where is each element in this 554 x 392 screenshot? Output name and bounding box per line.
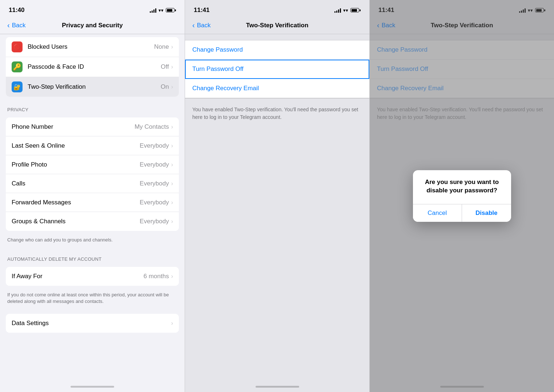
profile-photo-value: Everybody <box>140 161 169 168</box>
back-button-2[interactable]: ‹ Back <box>192 21 210 29</box>
content-area-1: 🚫 Blocked Users None › 🔑 Passcode & Face… <box>0 34 185 381</box>
last-seen-chevron: › <box>171 143 173 149</box>
phone-number-chevron: › <box>171 124 173 130</box>
last-seen-label: Last Seen & Online <box>12 142 140 149</box>
signal-bars-1 <box>150 8 156 13</box>
home-indicator-1 <box>0 381 185 392</box>
phone-number-item[interactable]: Phone Number My Contacts › <box>6 117 179 136</box>
two-step-value: On <box>161 83 169 91</box>
home-indicator-2 <box>185 381 369 392</box>
change-recovery-email-item-2[interactable]: Change Recovery Email <box>185 79 369 98</box>
tsv-description-2: You have enabled Two-Step verification. … <box>185 99 369 128</box>
turn-password-off-item-2[interactable]: Turn Password Off <box>185 60 369 79</box>
blocked-users-label: Blocked Users <box>28 43 154 51</box>
profile-photo-chevron: › <box>171 161 173 168</box>
calls-chevron: › <box>171 180 173 187</box>
groups-channels-item[interactable]: Groups & Channels Everybody › <box>6 212 179 231</box>
nav-bar-2: ‹ Back Two-Step Verification <box>185 18 369 34</box>
forwarded-messages-item[interactable]: Forwarded Messages Everybody › <box>6 193 179 212</box>
nav-title-1: Privacy and Security <box>62 22 123 29</box>
change-recovery-email-label-2: Change Recovery Email <box>192 85 259 92</box>
privacy-section-header: PRIVACY <box>0 100 185 115</box>
back-chevron-1: ‹ <box>7 21 10 29</box>
status-time-1: 11:40 <box>9 7 24 14</box>
data-settings-list: Data Settings › <box>6 314 179 333</box>
data-settings-label: Data Settings <box>12 320 171 327</box>
change-password-item-2[interactable]: Change Password <box>185 40 369 60</box>
two-step-item[interactable]: 🔐 Two-Step Verification On › <box>6 77 179 97</box>
groups-channels-value: Everybody <box>140 218 169 225</box>
status-bar-1: 11:40 ▾▾ <box>0 0 185 18</box>
if-away-for-label: If Away For <box>12 273 144 280</box>
signal-bars-2 <box>334 8 341 13</box>
auto-delete-section-header: AUTOMATICALLY DELETE MY ACCOUNT <box>0 249 185 264</box>
forwarded-messages-value: Everybody <box>140 199 169 206</box>
battery-icon-1 <box>166 8 176 12</box>
two-step-label: Two-Step Verification <box>28 83 161 91</box>
passcode-icon: 🔑 <box>12 61 23 72</box>
passcode-value: Off <box>161 63 169 71</box>
tsv-list-2: Change Password Turn Password Off Change… <box>185 40 369 99</box>
back-label-2: Back <box>197 22 211 29</box>
if-away-for-value: 6 months <box>144 273 169 280</box>
phone-number-label: Phone Number <box>12 123 135 131</box>
status-bar-2: 11:41 ▾▾ <box>185 0 369 18</box>
panel-two-step-dialog: 11:41 ▾▾ ‹ Back Two-Step Verification Ch… <box>369 0 554 392</box>
back-button-1[interactable]: ‹ Back <box>7 21 25 29</box>
blocked-users-item[interactable]: 🚫 Blocked Users None › <box>6 37 179 57</box>
turn-password-off-label-2: Turn Password Off <box>192 65 244 73</box>
blocked-users-icon: 🚫 <box>12 41 23 52</box>
forwarded-messages-label: Forwarded Messages <box>12 199 140 206</box>
panel-two-step-1: 11:41 ▾▾ ‹ Back Two-Step Verification Ch… <box>185 0 369 392</box>
phone-number-value: My Contacts <box>135 123 169 131</box>
battery-icon-2 <box>350 8 361 12</box>
privacy-footer: Change who can add you to groups and cha… <box>0 234 185 249</box>
passcode-item[interactable]: 🔑 Passcode & Face ID Off › <box>6 57 179 77</box>
calls-value: Everybody <box>140 180 169 187</box>
auto-delete-list: If Away For 6 months › <box>6 267 179 286</box>
dialog-title: Are you sure you want to disable your pa… <box>413 170 511 198</box>
status-icons-1: ▾▾ <box>150 8 176 13</box>
blocked-users-value: None <box>154 43 169 51</box>
status-icons-2: ▾▾ <box>334 8 361 13</box>
forwarded-messages-chevron: › <box>171 199 173 206</box>
last-seen-item[interactable]: Last Seen & Online Everybody › <box>6 136 179 155</box>
groups-channels-chevron: › <box>171 218 173 225</box>
auto-delete-footer: If you do not come online at least once … <box>0 289 185 311</box>
calls-item[interactable]: Calls Everybody › <box>6 174 179 193</box>
disable-button[interactable]: Disable <box>462 204 511 222</box>
privacy-settings-list: Phone Number My Contacts › Last Seen & O… <box>6 117 179 231</box>
groups-channels-label: Groups & Channels <box>12 218 140 225</box>
nav-bar-1: ‹ Back Privacy and Security <box>0 18 185 34</box>
confirm-dialog: Are you sure you want to disable your pa… <box>413 170 511 221</box>
profile-photo-label: Profile Photo <box>12 161 140 168</box>
nav-title-2: Two-Step Verification <box>246 22 309 29</box>
passcode-chevron: › <box>171 64 173 70</box>
data-settings-chevron: › <box>171 320 173 327</box>
wifi-icon-1: ▾▾ <box>158 8 164 13</box>
change-password-label-2: Change Password <box>192 46 243 53</box>
two-step-chevron: › <box>171 84 173 90</box>
panel-privacy-security: 11:40 ▾▾ ‹ Back Privacy and Security 🚫 B… <box>0 0 185 392</box>
content-area-2: Change Password Turn Password Off Change… <box>185 34 369 381</box>
status-time-2: 11:41 <box>194 7 209 14</box>
cancel-button[interactable]: Cancel <box>413 204 462 222</box>
passcode-label: Passcode & Face ID <box>28 63 161 71</box>
profile-photo-item[interactable]: Profile Photo Everybody › <box>6 155 179 174</box>
back-chevron-2: ‹ <box>192 21 195 29</box>
wifi-icon-2: ▾▾ <box>343 8 348 13</box>
top-settings-list: 🚫 Blocked Users None › 🔑 Passcode & Face… <box>6 37 179 97</box>
data-settings-item[interactable]: Data Settings › <box>6 314 179 333</box>
if-away-for-item[interactable]: If Away For 6 months › <box>6 267 179 286</box>
blocked-users-chevron: › <box>171 44 173 50</box>
two-step-icon: 🔐 <box>12 81 23 92</box>
last-seen-value: Everybody <box>140 142 169 149</box>
dialog-overlay: Are you sure you want to disable your pa… <box>370 0 554 392</box>
dialog-buttons: Cancel Disable <box>413 204 511 222</box>
calls-label: Calls <box>12 180 140 187</box>
back-label-1: Back <box>12 22 26 29</box>
if-away-for-chevron: › <box>171 273 173 280</box>
